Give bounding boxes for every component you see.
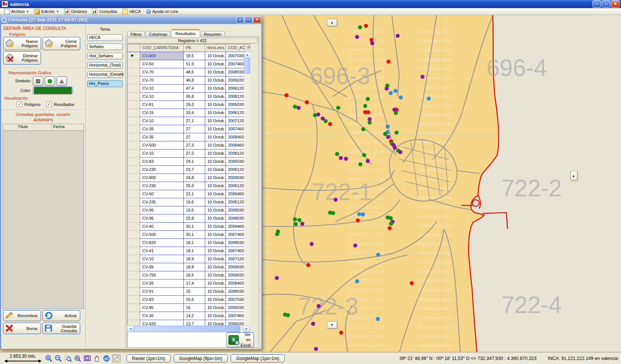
row-selector-cell[interactable]: [128, 117, 140, 125]
cell-cod_carretera[interactable]: CV-35: [140, 312, 184, 320]
menu-item-archivo[interactable]: Archivo▼: [2, 8, 33, 15]
cell-pk[interactable]: 48,5: [184, 68, 205, 76]
cell-cod_acci[interactable]: 2007120...: [226, 117, 245, 125]
eliminar-poligono-button[interactable]: Eliminar Polígono: [3, 51, 41, 65]
cell-cod_carretera[interactable]: CV-10: [140, 85, 184, 93]
cell-cod_carretera[interactable]: CV-920: [140, 320, 184, 326]
cell-cod_acci[interactable]: 2005030...: [226, 76, 245, 85]
row-selector-cell[interactable]: [128, 288, 140, 296]
accident-dot-b[interactable]: [361, 213, 365, 217]
accident-dot-g[interactable]: [363, 104, 367, 108]
cell-cod_carretera[interactable]: CV-41: [140, 247, 184, 255]
cell-cod_acci[interactable]: 2007460...: [226, 231, 245, 239]
row-selector-cell[interactable]: [128, 158, 140, 166]
cell-mesletra[interactable]: 10 Octub...: [205, 150, 226, 158]
accident-dot-p[interactable]: [297, 106, 301, 110]
accident-dot-g[interactable]: [331, 211, 335, 215]
activar-button[interactable]: Activar: [43, 310, 80, 321]
accident-dot-p[interactable]: [421, 75, 425, 79]
accident-dot-p[interactable]: [301, 222, 305, 226]
accident-dot-b[interactable]: [427, 97, 431, 101]
accident-dot-p[interactable]: [386, 135, 390, 139]
zoom-in-icon[interactable]: [45, 355, 52, 362]
cell-cod_acci[interactable]: 2009030...: [226, 174, 245, 182]
col-header-pk[interactable]: PK: [184, 44, 205, 52]
cell-mesletra[interactable]: 10 Octub...: [205, 304, 226, 312]
cell-cod_carretera[interactable]: CV-35: [140, 279, 184, 288]
accident-dot-r[interactable]: [387, 60, 391, 64]
cell-cod_acci[interactable]: 2007460...: [226, 60, 245, 68]
table-row[interactable]: CV-75518,510 Octub...2009030...1: [128, 271, 250, 279]
hscroll-thumb[interactable]: [134, 326, 240, 332]
cell-pk[interactable]: 19,5: [184, 206, 205, 214]
cell-cod_acci[interactable]: 2006120...: [226, 109, 245, 117]
pan-hand-icon[interactable]: [93, 355, 101, 362]
cell-mesletra[interactable]: 10 Octub...: [205, 68, 226, 76]
accident-dot-r[interactable]: [328, 122, 332, 126]
table-row[interactable]: CV-23519,610 Octub...2005120...4: [128, 198, 250, 206]
cell-cod_carretera[interactable]: CV-50: [140, 60, 184, 68]
cell-pk[interactable]: 35,8: [184, 93, 205, 101]
cell-pk[interactable]: 27: [184, 125, 205, 133]
table-row[interactable]: CV-6022,110 Octub...2009460...3: [128, 190, 250, 198]
table-row[interactable]: CV-3517,410 Octub...2008460...3: [128, 279, 250, 288]
cell-mesletra[interactable]: 10 Octub...: [205, 125, 226, 133]
cell-cod_acci[interactable]: 2005030...: [226, 304, 245, 312]
row-selector-cell[interactable]: [128, 60, 140, 68]
table-row[interactable]: CV-8324,110 Octub...2005030...1: [128, 158, 250, 166]
cell-pk[interactable]: 51,9: [184, 60, 205, 68]
cell-cod_acci[interactable]: 2005030...: [226, 320, 245, 326]
results-grid[interactable]: COD_CARRETERAPKMesLetraCOD_ACCIPRO ▶CV-8…: [127, 44, 250, 347]
renombrar-button[interactable]: Renombrar: [3, 310, 41, 321]
row-selector-cell[interactable]: [128, 312, 140, 320]
tema-button-hist_señales[interactable]: Hist_Señales: [87, 53, 123, 59]
accident-dot-g[interactable]: [275, 232, 279, 236]
table-row[interactable]: CV-7046,810 Octub...2005030...1: [128, 76, 250, 85]
basemap-button-googlemap[interactable]: GoogleMap (1px=1m): [231, 354, 285, 363]
cell-cod_carretera[interactable]: CV-91: [140, 288, 184, 296]
tema-button-hrz_pasos[interactable]: Hrz_Pasos: [87, 80, 123, 87]
col-header-pro[interactable]: PRO: [245, 44, 250, 52]
cell-pk[interactable]: 25,9: [184, 182, 205, 190]
table-row[interactable]: ▶CV-80018,510 Octub...2007030...1: [128, 52, 250, 60]
accident-dot-p[interactable]: [310, 242, 314, 246]
cell-mesletra[interactable]: 10 Octub...: [205, 182, 226, 190]
accident-dot-b[interactable]: [376, 253, 380, 257]
saved-queries-list[interactable]: Título Fecha: [3, 124, 84, 309]
cell-mesletra[interactable]: 10 Octub...: [205, 60, 226, 68]
cell-cod_carretera[interactable]: CV-500: [140, 141, 184, 150]
cell-pk[interactable]: 27: [184, 133, 205, 141]
cell-cod_acci[interactable]: 2009460...: [226, 190, 245, 198]
cell-cod_acci[interactable]: 2008030...: [226, 68, 245, 76]
accident-dot-r[interactable]: [410, 281, 414, 285]
accident-dot-p[interactable]: [314, 347, 318, 351]
cell-pk[interactable]: 19,6: [184, 198, 205, 206]
accident-dot-b[interactable]: [386, 125, 390, 129]
symbol-triangle-button[interactable]: [57, 76, 67, 86]
cell-mesletra[interactable]: 10 Octub...: [205, 263, 226, 271]
accident-dot-p[interactable]: [370, 41, 374, 45]
chk-poligono[interactable]: ✓ Polígono: [17, 102, 40, 107]
dialog-minimize-button[interactable]: –: [236, 16, 244, 23]
cell-pk[interactable]: 29,3: [184, 101, 205, 109]
accident-dot-g[interactable]: [362, 153, 366, 157]
accident-dot-g[interactable]: [294, 222, 298, 226]
cell-pk[interactable]: 20,1: [184, 231, 205, 239]
row-selector-cell[interactable]: [128, 141, 140, 150]
cell-mesletra[interactable]: 10 Octub...: [205, 85, 226, 93]
row-selector-cell[interactable]: [128, 214, 140, 223]
cell-cod_carretera[interactable]: CV-60: [140, 190, 184, 198]
find-icon[interactable]: [74, 355, 81, 362]
cell-cod_carretera[interactable]: CV-95: [140, 214, 184, 223]
cell-mesletra[interactable]: 10 Octub...: [205, 296, 226, 304]
cell-cod_acci[interactable]: 2005120...: [226, 198, 245, 206]
cell-pk[interactable]: 18,1: [184, 247, 205, 255]
cell-pk[interactable]: 15,5: [184, 296, 205, 304]
cell-cod_carretera[interactable]: CV-83: [140, 158, 184, 166]
accident-dot-p[interactable]: [385, 87, 389, 91]
cell-mesletra[interactable]: 10 Octub...: [205, 52, 226, 60]
zoom-out-icon[interactable]: [55, 355, 62, 362]
accident-dot-p[interactable]: [317, 304, 321, 308]
cell-cod_acci[interactable]: 2008120...: [226, 93, 245, 101]
cell-pk[interactable]: 15: [184, 288, 205, 296]
